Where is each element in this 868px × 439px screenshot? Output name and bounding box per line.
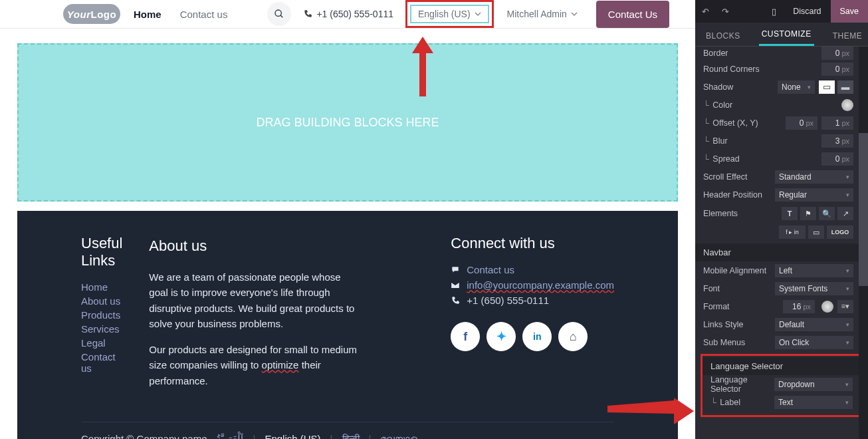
tab-customize[interactable]: CUSTOMIZE [759,24,814,46]
input-font-size[interactable]: 16px [783,300,815,313]
connect-email-link[interactable]: info@yourcompany.example.com [467,279,614,291]
about-paragraph-2: Our products are designed for small to m… [149,342,360,388]
shadow-inset-button[interactable]: ▬ [837,80,853,94]
tab-blocks[interactable]: BLOCKS [703,26,743,46]
social-facebook[interactable]: f [451,322,480,351]
row-links-style: Links Style Default [695,315,868,333]
input-shadow-blur[interactable]: 3px [821,134,853,148]
row-elements-2: f ▸ in ▭ LOGO [695,223,868,241]
select-font[interactable]: System Fonts [775,282,853,295]
website-preview: YourLogo Home Contact us +1 (650) 555-01… [0,0,695,439]
footer-lang-en[interactable]: English (US) [265,433,320,439]
select-shadow[interactable]: None [778,80,815,94]
social-linkedin[interactable]: in [522,322,552,351]
label-lang-selector: Language Selector [710,375,774,394]
footer-link-products[interactable]: Products [81,309,122,321]
element-text-toggle[interactable]: T [782,207,798,220]
connect-email-row: info@yourcompany.example.com [451,279,614,291]
element-search-toggle[interactable]: 🔍 [819,207,835,220]
footer-link-home[interactable]: Home [81,281,122,293]
row-shadow-spread: Spread 0px [695,150,868,168]
shadow-color-picker[interactable] [841,99,853,111]
input-shadow-spread[interactable]: 0px [821,152,853,166]
footer-connect: Connect with us Contact us info@yourcomp… [451,235,614,399]
row-shadow: Shadow None ▭ ▬ [695,78,868,96]
redo-button[interactable]: ↷ [715,7,735,17]
mobile-preview-button[interactable]: ▯ [764,7,784,17]
select-lang-selector[interactable]: Dropdown [774,378,853,391]
social-twitter[interactable]: ✦ [487,322,516,351]
undo-button[interactable]: ↶ [695,7,715,17]
footer-lang-ar[interactable]: اَلْعَرَبِيَّةُ [216,433,243,439]
element-flag-toggle[interactable]: ⚑ [800,207,816,220]
tab-theme[interactable]: THEME [830,26,865,46]
row-font: Font System Fonts [695,279,868,297]
connect-phone-row: +1 (650) 555-0111 [451,295,614,306]
speech-icon [451,265,460,275]
footer-lang-ml[interactable]: മലയാളം [380,433,421,439]
nav-contact-us[interactable]: Contact us [175,5,233,24]
select-lang-label[interactable]: Text [774,396,853,409]
discard-button[interactable]: Discard [784,0,830,23]
sidepanel-body[interactable]: Border 0px Round Corners 0px Shadow None… [695,47,868,439]
footer-link-about[interactable]: About us [81,295,122,307]
footer-lang-hi[interactable]: हिन्दी [342,433,360,439]
shadow-outset-button[interactable]: ▭ [819,80,835,94]
search-button[interactable] [267,2,291,26]
label-shadow-color: Color [703,100,839,110]
spell-marker: optimize [262,359,299,370]
input-border[interactable]: 0px [821,47,853,60]
contact-us-button[interactable]: Contact Us [596,1,669,28]
user-menu[interactable]: Mitchell Admin [507,9,578,19]
select-header-position[interactable]: Regular [775,188,853,202]
site-footer: Useful Links Home About us Products Serv… [17,211,678,439]
connect-contact-link[interactable]: Contact us [467,264,514,275]
header-phone[interactable]: +1 (650) 555-0111 [303,9,393,19]
select-links-style[interactable]: Default [775,318,853,331]
label-format: Format [703,302,783,311]
section-language-selector: Language Selector [703,357,861,375]
input-offset-y[interactable]: 1px [821,116,853,130]
select-scroll-effect[interactable]: Standard [775,170,853,184]
page-canvas: DRAG BUILDING BLOCKS HERE Useful Links H… [0,29,695,439]
envelope-icon [451,281,460,290]
useful-links-title: Useful Links [81,235,122,269]
language-selector[interactable]: English (US) [410,5,489,23]
svg-line-1 [280,15,282,17]
align-button[interactable]: ≡▾ [837,300,853,313]
element-cta-toggle[interactable]: ▭ [808,225,824,239]
input-offset-x[interactable]: 0px [786,116,817,130]
language-current: English (US) [418,9,471,19]
input-round-corners[interactable]: 0px [821,63,853,76]
row-elements-1: Elements T ⚑ 🔍 ↗ [695,204,868,223]
label-shadow-offset: Offset (X, Y) [703,118,786,128]
section-navbar: Navbar [695,243,868,261]
element-share-toggle[interactable]: ↗ [837,207,853,220]
editor-sidepanel: ↶ ↷ ▯ Discard Save BLOCKS CUSTOMIZE THEM… [695,0,868,439]
save-button[interactable]: Save [831,0,869,23]
nav-home[interactable]: Home [128,5,167,24]
footer-link-contact[interactable]: Contact us [81,351,122,374]
footer-link-services[interactable]: Services [81,323,122,335]
element-social-toggle[interactable]: f ▸ in [779,225,806,239]
scrollbar-thumb[interactable] [859,133,868,286]
phone-icon [451,296,460,305]
site-header: YourLogo Home Contact us +1 (650) 555-01… [0,0,695,29]
font-color-picker[interactable] [821,301,833,313]
scrollbar-track[interactable] [859,47,868,439]
facebook-icon: f [463,330,467,344]
element-logo-toggle[interactable]: LOGO [827,225,853,239]
footer-link-legal[interactable]: Legal [81,337,122,349]
user-name: Mitchell Admin [507,9,567,19]
sidepanel-tabs: BLOCKS CUSTOMIZE THEME [695,23,868,47]
drop-zone[interactable]: DRAG BUILDING BLOCKS HERE [17,43,678,202]
site-logo[interactable]: YourLogo [63,4,120,24]
social-home[interactable]: ⌂ [558,322,588,351]
label-shadow: Shadow [703,82,778,92]
row-sub-menus: Sub Menus On Click [695,333,868,351]
select-sub-menus[interactable]: On Click [775,336,853,349]
chevron-down-icon [475,11,481,17]
svg-point-0 [275,10,281,16]
select-mobile-alignment[interactable]: Left [775,264,853,277]
label-sub-menus: Sub Menus [703,338,775,347]
